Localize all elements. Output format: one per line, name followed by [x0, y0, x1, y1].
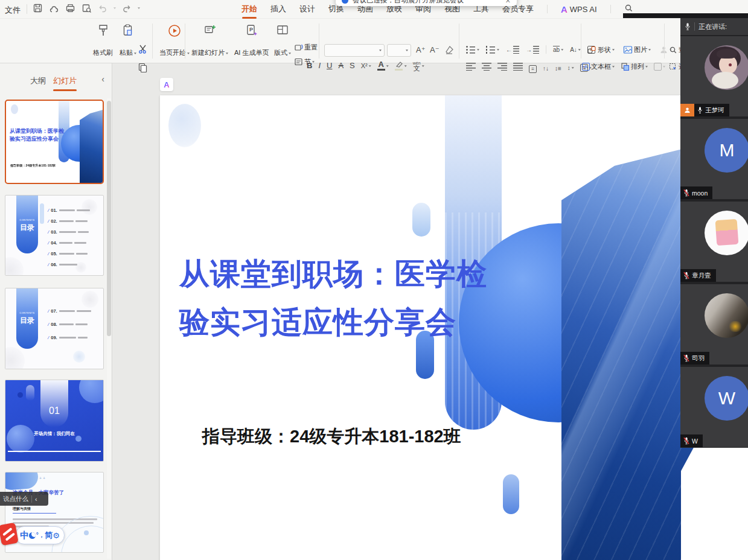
- decor-underline: [13, 513, 56, 514]
- export-icon[interactable]: [49, 3, 59, 13]
- ai-generate-page-button[interactable]: P AI 生成单页: [233, 22, 270, 59]
- collapse-chat-icon[interactable]: ‹: [35, 495, 37, 503]
- column-spacing-button[interactable]: ↑↓: [543, 62, 549, 73]
- decrease-indent-button[interactable]: ←: [506, 45, 519, 54]
- reset-button[interactable]: 重置: [294, 43, 318, 52]
- distribute-button[interactable]: ≡: [529, 62, 537, 73]
- placeholder-button[interactable]: ▾: [654, 63, 665, 71]
- print-preview-icon[interactable]: [82, 3, 92, 13]
- close-icon[interactable]: ✕: [505, 0, 511, 5]
- moon-mode-icon[interactable]: [29, 532, 36, 539]
- tab-insert[interactable]: 插入: [270, 4, 286, 14]
- collapse-panel-icon[interactable]: ‹: [101, 74, 104, 84]
- new-slide-button[interactable]: 新建幻灯片▾: [190, 22, 229, 59]
- tab-design[interactable]: 设计: [299, 4, 315, 14]
- paste-button[interactable]: 粘贴▾: [118, 22, 138, 59]
- print-icon[interactable]: [65, 3, 75, 13]
- align-row: ≡ ↑↓ ↕≡ ↕▾ ⇅▾: [466, 62, 592, 73]
- gear-icon[interactable]: ⚙: [53, 531, 60, 540]
- textbox-button[interactable]: A文本框▾: [582, 62, 615, 71]
- superscript-button[interactable]: X²▾: [361, 61, 371, 71]
- divider: [581, 24, 581, 59]
- font-family-select[interactable]: ▾: [324, 44, 385, 57]
- meeting-chat-input[interactable]: 说点什么 ‹: [0, 492, 48, 506]
- align-left-button[interactable]: [466, 62, 476, 73]
- slide-subtitle-textbox[interactable]: 指导班级：24级专升本181-182班: [202, 425, 461, 449]
- justify-button[interactable]: [513, 62, 523, 73]
- toc-ribbon: CONTENTS 目录: [16, 288, 38, 349]
- participant-name-tag: W: [680, 434, 703, 447]
- ime-punctuation-toggle[interactable]: °，: [36, 531, 45, 539]
- redo-dropdown-icon[interactable]: ▾: [138, 6, 140, 10]
- row-spacing-button[interactable]: ↕≡: [555, 62, 561, 73]
- building-image: [80, 110, 103, 183]
- divider: [547, 5, 548, 13]
- play-from-current-button[interactable]: 当页开始▾: [158, 22, 191, 59]
- increase-font-button[interactable]: A⁺: [416, 45, 426, 55]
- bold-button[interactable]: B: [307, 61, 312, 71]
- undo-dropdown-icon[interactable]: ▾: [113, 6, 116, 10]
- section-caption: 开场共情：我们同在: [5, 431, 103, 437]
- strikethrough-button[interactable]: A: [338, 61, 344, 71]
- participant-tile[interactable]: 司羽: [680, 284, 748, 364]
- wps-assistant-chip[interactable]: A: [160, 78, 173, 91]
- participant-tile[interactable]: W W: [680, 367, 748, 447]
- increase-indent-button[interactable]: →: [526, 45, 539, 54]
- chevron-down-icon: ▾: [289, 51, 291, 55]
- scrollbar-thumb[interactable]: [107, 101, 111, 336]
- paste-label: 粘贴▾: [120, 48, 136, 57]
- redo-icon[interactable]: [122, 4, 132, 13]
- cut-button[interactable]: [138, 44, 148, 57]
- ime-toolbar: 中 °， 简 ⚙: [15, 526, 65, 544]
- arrange-button[interactable]: 排列▾: [621, 62, 648, 71]
- clear-format-button[interactable]: [444, 45, 454, 57]
- bullet-list-button[interactable]: ▾: [466, 45, 479, 54]
- undo-icon[interactable]: [98, 4, 107, 13]
- text-direction-button[interactable]: ab▾: [553, 46, 563, 53]
- copy-button[interactable]: [138, 62, 148, 75]
- participant-tile[interactable]: 章月壹: [680, 202, 748, 282]
- participant-tile[interactable]: M moon: [680, 119, 748, 199]
- tab-wps-ai[interactable]: A WPS AI: [561, 4, 597, 14]
- text-shadow-button[interactable]: S: [350, 61, 355, 71]
- italic-button[interactable]: I: [318, 61, 321, 71]
- layout-button[interactable]: 版式▾: [273, 22, 292, 59]
- format-painter-button[interactable]: 格式刷: [92, 22, 114, 59]
- editing-area: A 从课堂到职场：医学检验实习适应性分享会 指导班级：24级专升本181-182…: [113, 63, 748, 560]
- align-center-button[interactable]: [482, 62, 491, 73]
- speaking-label: 正在讲话:: [698, 22, 727, 31]
- chevron-down-icon: ▾: [497, 48, 499, 51]
- picture-button[interactable]: 图片▾: [623, 45, 651, 54]
- decor-line: [8, 451, 101, 452]
- vertical-text-button[interactable]: A↓▾: [570, 46, 581, 53]
- line-spacing-button[interactable]: ↕▾: [567, 65, 574, 71]
- pinyin-guide-button[interactable]: wén文▾: [413, 61, 424, 71]
- slide-thumbnail-1[interactable]: 从课堂到职场：医学检验实习适应性分享会 指导班级：24级专升本181-182班: [5, 100, 104, 184]
- slide-canvas[interactable]: 从课堂到职场：医学检验实习适应性分享会 指导班级：24级专升本181-182班: [160, 95, 748, 560]
- tab-slides[interactable]: 幻灯片: [53, 75, 77, 86]
- slide-thumbnail-2[interactable]: CONTENTS 目录 /01. /02. /03. /04. /05. /06…: [5, 195, 104, 276]
- chat-placeholder: 说点什么: [3, 495, 28, 503]
- slide-title-textbox[interactable]: 从课堂到职场：医学检验实习适应性分享会: [179, 250, 487, 346]
- font-color-button[interactable]: A▾: [377, 61, 389, 71]
- numbered-list-button[interactable]: ▾: [486, 45, 499, 54]
- underline-button[interactable]: U: [327, 61, 332, 71]
- save-icon[interactable]: [33, 3, 43, 13]
- shapes-button[interactable]: 形状▾: [587, 45, 615, 54]
- divider: [152, 24, 153, 59]
- tab-outline[interactable]: 大纲: [30, 75, 46, 86]
- slide-thumbnail-3[interactable]: CONTENTS 目录 /07. /08. /09.: [5, 288, 104, 369]
- meeting-speaking-header: 正在讲话:: [680, 18, 748, 35]
- avatar-initial: W: [718, 388, 735, 409]
- participant-tile[interactable]: 王梦珂: [680, 36, 748, 116]
- new-slide-label: 新建幻灯片▾: [191, 48, 228, 57]
- align-right-button[interactable]: [497, 62, 507, 73]
- ime-simplified-toggle[interactable]: 简: [45, 530, 53, 541]
- ime-language-toggle[interactable]: 中: [20, 530, 29, 541]
- decrease-font-button[interactable]: A⁻: [430, 45, 440, 55]
- highlight-color-button[interactable]: ▾: [395, 61, 407, 71]
- tab-home[interactable]: 开始: [241, 4, 257, 14]
- file-menu[interactable]: 文件: [5, 5, 21, 16]
- slide-thumbnail-4[interactable]: 01 开场共情：我们同在: [5, 380, 104, 462]
- font-size-select[interactable]: ▾: [387, 44, 411, 57]
